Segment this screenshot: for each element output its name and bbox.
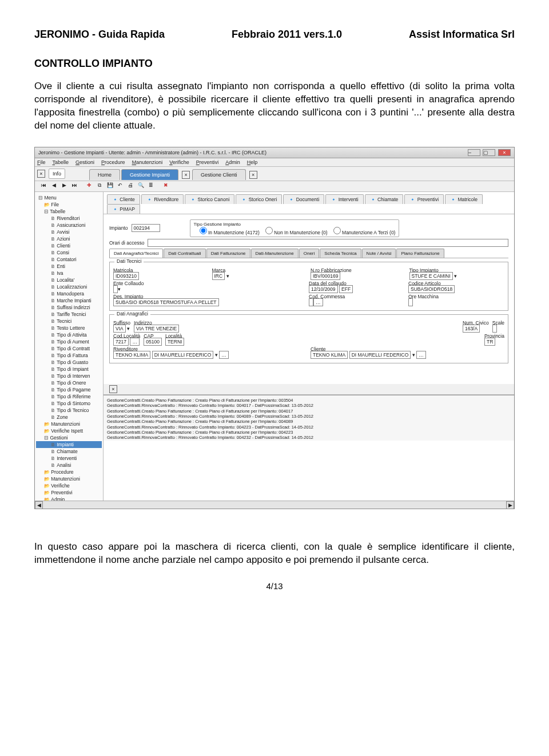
ente-field[interactable]	[113, 285, 118, 293]
suffisso-field[interactable]: VIA	[113, 325, 126, 333]
inner-tab[interactable]: Note / Avvisi	[362, 249, 396, 258]
tree-node[interactable]: Tecnici	[36, 318, 102, 325]
menu-procedure[interactable]: Procedure	[101, 159, 125, 165]
subtab-storico-oneri[interactable]: 🔹 Storico Oneri	[236, 194, 282, 204]
menu-file[interactable]: File	[37, 159, 46, 165]
tab-close-icon[interactable]: ×	[182, 171, 190, 179]
tree-node[interactable]: Manutenzioni	[36, 421, 102, 427]
delete-icon[interactable]: ✖	[162, 182, 170, 190]
indirizzo-field[interactable]: VIA TRE VENEZIE	[134, 325, 179, 333]
codloc-lookup-button[interactable]: …	[130, 338, 140, 346]
close-icon[interactable]: ×	[498, 149, 511, 156]
ente-dropdown-icon[interactable]: ▾	[118, 286, 121, 292]
tree-node[interactable]: Tipo di Pagame	[36, 386, 102, 393]
tree-node[interactable]: Assicurazioni	[36, 222, 102, 229]
copy-icon[interactable]: ⧉	[96, 182, 104, 190]
sidebar-tree[interactable]: MenuFileTabelleRivenditoriAssicurazioniA…	[35, 192, 104, 501]
tree-node[interactable]: Avvisi	[36, 229, 102, 235]
tree-node[interactable]: Testo Lettere	[36, 325, 102, 331]
menu-help[interactable]: Help	[247, 159, 258, 165]
tree-node[interactable]: Tariffe Tecnici	[36, 311, 102, 318]
subtab-matricole[interactable]: 🔹 Matricole	[445, 194, 483, 204]
tree-node[interactable]: Gestioni	[36, 434, 102, 441]
radio-option[interactable]: Manutenzione A Terzi (0)	[333, 230, 396, 235]
tab-gestione-impianti[interactable]: Gestione Impianti	[121, 169, 178, 180]
tree-node[interactable]: File	[36, 201, 102, 208]
log-close-icon[interactable]: ×	[109, 385, 117, 393]
tree-node[interactable]: Verifiche	[36, 482, 102, 489]
tree-node[interactable]: Clienti	[36, 242, 102, 249]
des-field[interactable]: SUBASIO IDRO518 TERMOSTUFA A PELLET	[113, 298, 219, 306]
scale-field[interactable]	[492, 325, 497, 333]
inner-tabs[interactable]: Dati Anagrafici/TecniciDati Contrattuali…	[109, 249, 508, 258]
tree-node[interactable]: Suffissi Indirizzi	[36, 304, 102, 311]
inner-tab[interactable]: Scheda Tecnica	[320, 249, 361, 258]
print-icon[interactable]: 🖨	[126, 182, 134, 190]
ore-field[interactable]	[408, 298, 413, 306]
orari-field[interactable]	[148, 239, 508, 247]
first-icon[interactable]: ⏮	[39, 182, 47, 190]
maximize-icon[interactable]: ▢	[483, 149, 495, 156]
menubar[interactable]: FileTabelleGestioniProcedureManutenzioni…	[35, 158, 514, 167]
prev-icon[interactable]: ◀	[50, 182, 58, 190]
detail-tabs[interactable]: 🔹 Cliente🔹 Rivenditore🔹 Storico Canoni🔹 …	[104, 192, 514, 214]
inner-tab[interactable]: Dati-Manutenzione	[251, 249, 299, 258]
tree-node[interactable]: Chiamate	[36, 448, 102, 455]
tree-node[interactable]: Tipo di Fattura	[36, 352, 102, 359]
window-titlebar[interactable]: Jeronimo - Gestione Impianti - Utente: a…	[35, 147, 514, 158]
menu-gestioni[interactable]: Gestioni	[75, 159, 94, 165]
close-tool-icon[interactable]: ×	[37, 170, 45, 178]
rivenditore-dropdown-icon[interactable]: ▾	[215, 352, 218, 358]
tree-node[interactable]: Tipo di Tecnico	[36, 407, 102, 414]
tab-close-icon[interactable]: ×	[249, 171, 257, 179]
next-icon[interactable]: ▶	[60, 182, 68, 190]
cliente-lookup-button[interactable]: …	[416, 351, 426, 359]
subtab-cliente[interactable]: 🔹 Cliente	[107, 194, 140, 204]
subtab-rivenditore[interactable]: 🔹 Rivenditore	[141, 194, 184, 204]
inner-tab[interactable]: Dati Contrattuali	[164, 249, 205, 258]
subtab-storico-canoni[interactable]: 🔹 Storico Canoni	[185, 194, 234, 204]
tree-node[interactable]: Tipo di Aument	[36, 338, 102, 345]
marca-dropdown-icon[interactable]: ▾	[226, 273, 229, 279]
info-button[interactable]: Info	[49, 169, 65, 179]
eff-field[interactable]: EFF	[339, 285, 353, 293]
tree-node[interactable]: Tipo di Impiant	[36, 366, 102, 373]
cap-field[interactable]: 05100	[144, 338, 162, 346]
provincia-field[interactable]: TR	[484, 338, 495, 346]
menu-verifiche[interactable]: Verifiche	[169, 159, 189, 165]
tree-node[interactable]: Menu	[36, 194, 102, 201]
save-icon[interactable]: 💾	[106, 182, 114, 190]
menu-manutenzioni[interactable]: Manutenzioni	[132, 159, 163, 165]
tree-node[interactable]: Tipo di Interven	[36, 373, 102, 379]
undo-icon[interactable]: ↶	[116, 182, 124, 190]
marca-field[interactable]: IRC	[212, 272, 225, 280]
tree-node[interactable]: Tipo di Riferime	[36, 393, 102, 400]
subtab-interventi[interactable]: 🔹 Interventi	[325, 194, 363, 204]
scroll-right-icon[interactable]: ▶	[506, 501, 514, 509]
tree-node[interactable]: Interventi	[36, 455, 102, 462]
subtab-preventivi[interactable]: 🔹 Preventivi	[404, 194, 444, 204]
subtab-chiamate[interactable]: 🔹 Chiamate	[365, 194, 404, 204]
inner-tab[interactable]: Dati Fatturazione	[206, 249, 250, 258]
tree-node[interactable]: Consi	[36, 249, 102, 256]
new-icon[interactable]: ✚	[85, 182, 93, 190]
inner-tab[interactable]: Piano Fatturazione	[396, 249, 444, 258]
tree-node[interactable]: Localizzazioni	[36, 283, 102, 290]
codice-field[interactable]: SUBASIOIDRO518	[408, 285, 455, 293]
scroll-left-icon[interactable]: ◀	[35, 501, 43, 509]
impianto-field[interactable]: 002194	[132, 224, 160, 232]
cliente-field[interactable]: TEKNO KLIMA	[311, 351, 348, 359]
tipo-dropdown-icon[interactable]: ▾	[454, 273, 457, 279]
tree-node[interactable]: Verifiche Ispett	[36, 427, 102, 434]
tree-node[interactable]: Azioni	[36, 235, 102, 242]
tree-node[interactable]: Localita'	[36, 277, 102, 283]
tree-node[interactable]: Tipo di Sintomo	[36, 400, 102, 407]
commessa-field[interactable]	[309, 298, 313, 306]
inner-tab[interactable]: Oneri	[299, 249, 320, 258]
search-icon[interactable]: 🔍	[137, 182, 145, 190]
tree-node[interactable]: Manodopera	[36, 290, 102, 297]
menu-preventivi[interactable]: Preventivi	[196, 159, 219, 165]
subtab-pimap[interactable]: 🔹 PIMAP	[107, 204, 140, 214]
rivenditore-lookup-button[interactable]: …	[219, 351, 229, 359]
radio-option[interactable]: Non In Manutenzione (0)	[265, 230, 328, 235]
